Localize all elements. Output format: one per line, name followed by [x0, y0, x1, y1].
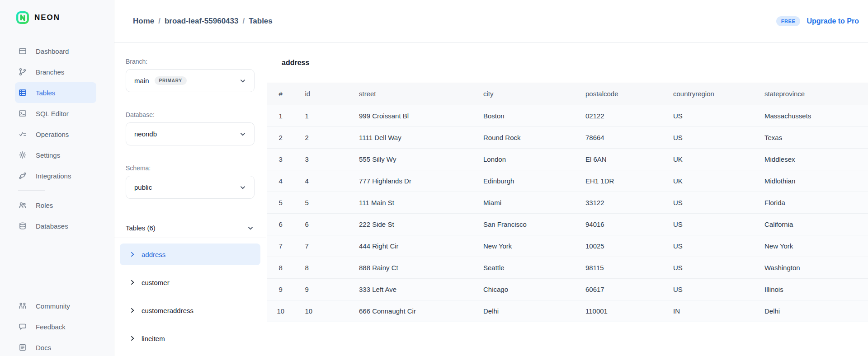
schema-group: Schema: public [126, 164, 255, 199]
cell: 6 [295, 213, 349, 235]
cell: 3 [295, 148, 349, 170]
table-row[interactable]: 11999 Croissant BlBoston02122USMassachus… [267, 105, 868, 126]
cell: 1111 Dell Way [349, 126, 473, 148]
schema-label: Schema: [126, 164, 255, 172]
cell: Delhi [473, 300, 576, 322]
cell: Florida [755, 192, 868, 213]
cell: 4 [295, 170, 349, 192]
cell: 777 Highlands Dr [349, 170, 473, 192]
cell: California [755, 213, 868, 235]
tables-section-header[interactable]: Tables (6) [114, 218, 266, 238]
cell: 999 Croissant Bl [349, 105, 473, 126]
cell: 9 [295, 278, 349, 300]
sidebar-item-integrations[interactable]: Integrations [0, 165, 114, 186]
upgrade-to-pro-link[interactable]: Upgrade to Pro [807, 17, 859, 25]
database-label: Database: [126, 111, 255, 118]
cell: Washington [755, 257, 868, 278]
tables-list: address customer customeraddress lineite… [114, 238, 266, 349]
sidebar-item-roles[interactable]: Roles [0, 195, 114, 215]
sidebar-item-tables[interactable]: Tables [15, 82, 96, 103]
table-row[interactable]: 221111 Dell WayRound Rock78664USTexas [267, 126, 868, 148]
cell: New York [755, 235, 868, 257]
table-row[interactable]: 77444 Right CirNew York10025USNew York [267, 235, 868, 257]
database-value: neondb [134, 130, 157, 138]
breadcrumb-home[interactable]: Home [133, 17, 154, 25]
sidebar-item-docs[interactable]: Docs [0, 337, 114, 356]
cell: Massachussets [755, 105, 868, 126]
cell: Boston [473, 105, 576, 126]
branch-select[interactable]: main PRIMARY [126, 69, 255, 92]
cell: 4 [267, 170, 295, 192]
cell: Chicago [473, 278, 576, 300]
cell: US [663, 126, 755, 148]
table-item-customer[interactable]: customer [120, 272, 260, 293]
cell: New York [473, 235, 576, 257]
table-item-address[interactable]: address [120, 244, 260, 265]
cell: 8 [295, 257, 349, 278]
logo[interactable]: NEON [16, 11, 114, 24]
nav-divider [18, 190, 45, 191]
table-row[interactable]: 1010666 Connaught CirDelhi110001INDelhi [267, 300, 868, 322]
neon-logo-icon [16, 11, 29, 24]
sidebar-item-feedback[interactable]: Feedback [0, 316, 114, 337]
cell: 78664 [576, 126, 663, 148]
sidebar-item-dashboard[interactable]: Dashboard [0, 41, 114, 61]
chevron-right-icon [129, 335, 136, 342]
cell: 8 [267, 257, 295, 278]
roles-icon [18, 201, 27, 210]
table-head: # id street city postalcode countryregio… [267, 83, 868, 105]
chevron-down-icon [239, 77, 247, 85]
cell: 222 Side St [349, 213, 473, 235]
nav-sidebar: NEON Dashboard Branches Tables SQL Edito… [0, 0, 114, 356]
sidebar-item-community[interactable]: Community [0, 295, 114, 316]
schema-select[interactable]: public [126, 176, 255, 199]
cell: 3 [267, 148, 295, 170]
cell: 6 [267, 213, 295, 235]
cell: 94016 [576, 213, 663, 235]
cell: UK [663, 148, 755, 170]
sidebar-item-operations[interactable]: Operations [0, 124, 114, 145]
table-item-customeraddress[interactable]: customeraddress [120, 300, 260, 321]
chevron-down-icon [239, 183, 247, 192]
sidebar-item-branches[interactable]: Branches [0, 61, 114, 82]
database-icon [18, 221, 27, 230]
sidebar-item-settings[interactable]: Settings [0, 145, 114, 165]
cell: 333 Left Ave [349, 278, 473, 300]
breadcrumb-current: Tables [249, 17, 273, 25]
cell: 9 [267, 278, 295, 300]
sidebar-item-databases[interactable]: Databases [0, 215, 114, 236]
breadcrumb-project[interactable]: broad-leaf-55960433 [165, 17, 238, 25]
database-group: Database: neondb [126, 111, 255, 145]
nav-bottom-group: Community Feedback Docs [0, 295, 114, 356]
cell: US [663, 105, 755, 126]
table-row[interactable]: 88888 Rainy CtSeattle98115USWashington [267, 257, 868, 278]
cell: Middlesex [755, 148, 868, 170]
table-row[interactable]: 33555 Silly WyLondonEl 6ANUKMiddlesex [267, 148, 868, 170]
cell: 7 [295, 235, 349, 257]
sidebar-item-sql-editor[interactable]: SQL Editor [0, 103, 114, 124]
cell: UK [663, 170, 755, 192]
column-header-postalcode: postalcode [576, 83, 663, 105]
table-body: 11999 Croissant BlBoston02122USMassachus… [267, 105, 868, 322]
table-row[interactable]: 99333 Left AveChicago60617USIllinois [267, 278, 868, 300]
dashboard-icon [18, 47, 27, 56]
cell: 7 [267, 235, 295, 257]
cell: 10025 [576, 235, 663, 257]
cell: Illinois [755, 278, 868, 300]
cell: US [663, 213, 755, 235]
chevron-right-icon [129, 279, 136, 286]
cell: 1 [267, 105, 295, 126]
chevron-down-icon [239, 130, 247, 138]
breadcrumb-separator: / [154, 17, 165, 25]
table-row[interactable]: 55111 Main StMiami33122USFlorida [267, 192, 868, 213]
cell: 5 [267, 192, 295, 213]
tables-count-label: Tables (6) [126, 224, 156, 232]
table-item-lineitem[interactable]: lineitem [120, 328, 260, 349]
docs-icon [18, 343, 27, 352]
table-row[interactable]: 44777 Highlands DrEdinburghEH1 1DRUKMidl… [267, 170, 868, 192]
cell: Seattle [473, 257, 576, 278]
table-row[interactable]: 66222 Side StSan Francisco94016USCalifor… [267, 213, 868, 235]
database-select[interactable]: neondb [126, 122, 255, 145]
cell: 10 [295, 300, 349, 322]
header-row: # id street city postalcode countryregio… [267, 83, 868, 105]
